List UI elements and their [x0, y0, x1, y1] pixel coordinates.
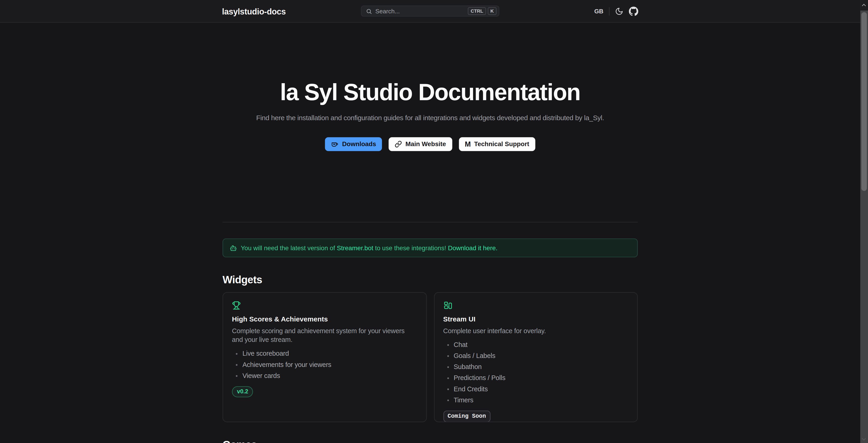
card-stream-ui[interactable]: Stream UI Complete user interface for ov… [434, 292, 638, 422]
feature-list: ChatGoals / LabelsSubathonPredictions / … [443, 339, 628, 406]
search-input[interactable]: Search... CTRL K [361, 5, 499, 17]
streamerbot-callout: You will need the latest version of Stre… [222, 239, 638, 257]
moon-icon [615, 7, 623, 15]
feature-label: Predictions / Polls [454, 374, 505, 382]
page: lasylstudio-docs Search... CTRL K GB [0, 0, 868, 443]
feature-label: Viewer cards [243, 372, 280, 380]
header: lasylstudio-docs Search... CTRL K GB [0, 0, 860, 23]
bullet-dot [447, 377, 449, 379]
version-badge: v0.2 [232, 386, 253, 397]
callout-text: You will need the latest version of Stre… [241, 244, 498, 252]
card-title: Stream UI [443, 315, 628, 324]
kbd-k: K [488, 7, 497, 15]
feature-item: Viewer cards [232, 370, 417, 381]
feature-label: End Credits [454, 385, 488, 393]
page-title: la Syl Studio Documentation [222, 78, 638, 107]
layout-blocks-icon [443, 301, 452, 310]
chevron-down-icon [862, 437, 866, 440]
card-high-scores[interactable]: High Scores & Achievements Complete scor… [222, 292, 426, 422]
main-website-button-label: Main Website [405, 141, 446, 147]
kofi-cup-icon [331, 140, 339, 148]
github-icon [629, 6, 638, 16]
games-section-title: Games [222, 439, 638, 443]
download-link[interactable]: Download it here. [448, 245, 498, 251]
bullet-dot [236, 364, 238, 365]
card-title: High Scores & Achievements [232, 315, 417, 324]
site-logo[interactable]: lasylstudio-docs [222, 6, 286, 16]
link-icon [395, 140, 402, 148]
widgets-section-title: Widgets [222, 274, 638, 286]
coming-soon-badge: Coming Soon [443, 411, 490, 422]
feature-label: Goals / Labels [454, 352, 495, 360]
bot-icon [230, 244, 237, 251]
header-divider [609, 7, 610, 15]
feature-label: Live scoreboard [243, 350, 289, 357]
scrollbar[interactable] [860, 0, 868, 443]
hero-section: la Syl Studio Documentation Find here th… [222, 23, 638, 222]
kbd-ctrl: CTRL [468, 7, 486, 15]
downloads-button-label: Downloads [342, 141, 376, 147]
main-content: la Syl Studio Documentation Find here th… [222, 23, 638, 443]
feature-item: Chat [443, 339, 628, 350]
content-area: lasylstudio-docs Search... CTRL K GB [0, 0, 860, 443]
scrollbar-up-button[interactable] [860, 0, 868, 10]
feature-label: Timers [454, 396, 473, 404]
bullet-dot [447, 366, 449, 368]
feature-item: Goals / Labels [443, 350, 628, 361]
card-description: Complete scoring and achievement system … [232, 326, 417, 344]
callout-text-middle: to use these integrations! [373, 245, 448, 251]
feature-item: End Credits [443, 383, 628, 394]
trophy-icon [232, 301, 241, 310]
m-logo-icon: M [465, 140, 471, 148]
bullet-dot [236, 375, 238, 377]
feature-label: Subathon [454, 363, 482, 371]
feature-label: Chat [454, 341, 468, 349]
callout-text-before: You will need the latest version of [241, 245, 337, 251]
main-website-button[interactable]: Main Website [389, 137, 452, 151]
bullet-dot [236, 353, 238, 354]
github-link[interactable] [629, 6, 638, 16]
search-shortcut: CTRL K [468, 7, 497, 15]
feature-item: Subathon [443, 361, 628, 373]
bullet-dot [447, 399, 449, 401]
bullet-dot [447, 355, 449, 357]
page-subtitle: Find here the installation and configura… [222, 114, 638, 123]
streamerbot-link[interactable]: Streamer.bot [337, 245, 373, 251]
section-divider [222, 222, 638, 222]
technical-support-button[interactable]: M Technical Support [459, 137, 535, 151]
search-placeholder: Search... [375, 8, 465, 14]
chevron-up-icon [862, 4, 866, 8]
feature-item: Predictions / Polls [443, 373, 628, 383]
hero-buttons: Downloads Main Website M Technical Suppo… [222, 137, 638, 151]
technical-support-button-label: Technical Support [474, 141, 529, 147]
theme-toggle-button[interactable] [615, 7, 623, 15]
feature-label: Achievements for your viewers [243, 361, 332, 369]
bullet-dot [447, 388, 449, 390]
feature-item: Timers [443, 394, 628, 406]
widgets-cards: High Scores & Achievements Complete scor… [222, 292, 638, 422]
search-icon [366, 8, 372, 14]
language-selector[interactable]: GB [594, 8, 603, 14]
feature-item: Achievements for your viewers [232, 359, 417, 370]
bullet-dot [447, 344, 449, 346]
downloads-button[interactable]: Downloads [325, 137, 382, 151]
feature-item: Live scoreboard [232, 348, 417, 359]
scrollbar-thumb[interactable] [861, 12, 867, 191]
card-description: Complete user interface for overlay. [443, 326, 628, 336]
feature-list: Live scoreboardAchievements for your vie… [232, 348, 417, 381]
